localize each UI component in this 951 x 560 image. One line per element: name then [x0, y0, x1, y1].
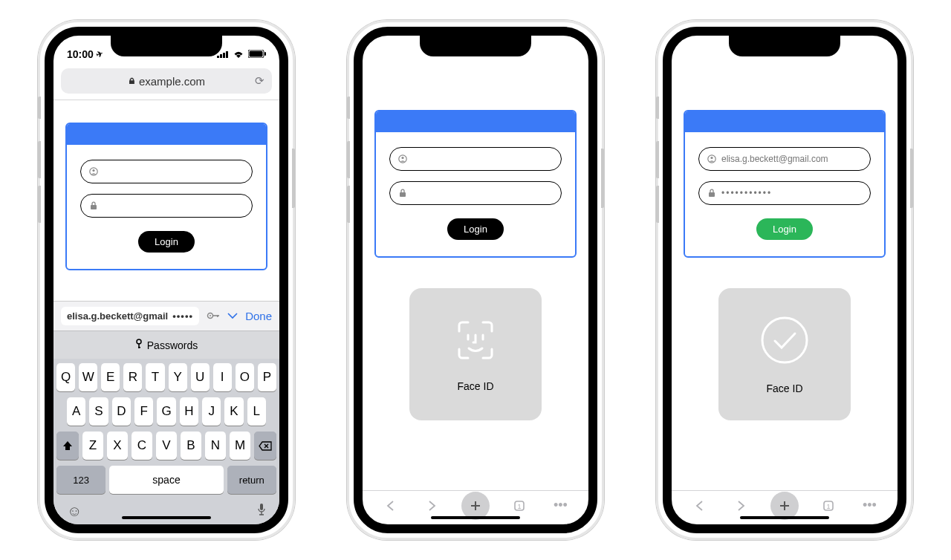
tabs-button[interactable]: 1 [508, 495, 530, 517]
status-time: 10:00 [67, 48, 94, 60]
shift-key[interactable] [56, 432, 79, 460]
home-indicator[interactable] [431, 516, 520, 519]
key-y[interactable]: Y [169, 363, 187, 391]
key-o[interactable]: O [236, 363, 254, 391]
key-k[interactable]: K [224, 397, 243, 426]
keyboard-row-1: QWERTYUIOP [56, 363, 276, 391]
phone-2: Login Face ID [347, 20, 604, 540]
numbers-key[interactable]: 123 [56, 466, 106, 494]
faceid-label: Face ID [457, 380, 493, 392]
login-card-header [67, 124, 266, 145]
notch [111, 36, 222, 56]
key-d[interactable]: D [112, 397, 131, 426]
lock-icon [88, 201, 99, 210]
return-key[interactable]: return [227, 466, 276, 494]
person-icon [88, 167, 99, 176]
key-n[interactable]: N [205, 432, 226, 460]
page-content: elisa.g.beckett@gmail.com ••••••••••• Lo… [672, 65, 898, 490]
forward-button[interactable] [421, 495, 443, 517]
browser-toolbar: 1 ••• [672, 490, 898, 524]
autofill-suggestion-bar: elisa.g.beckett@gmail ••••• Done [53, 301, 279, 331]
password-field[interactable] [80, 194, 253, 218]
key-h[interactable]: H [180, 397, 198, 426]
new-tab-button[interactable] [770, 492, 799, 520]
key-v[interactable]: V [156, 432, 177, 460]
menu-button[interactable]: ••• [858, 495, 880, 517]
browser-toolbar: 1 ••• [363, 490, 588, 524]
lock-icon [397, 189, 408, 198]
key-w[interactable]: W [79, 363, 97, 391]
svg-point-21 [401, 157, 403, 159]
key-icon[interactable] [207, 310, 220, 322]
backspace-key[interactable] [254, 432, 276, 460]
back-button[interactable] [380, 495, 402, 517]
autofill-pw-dots: ••••• [172, 310, 193, 322]
key-z[interactable]: Z [82, 432, 103, 460]
menu-button[interactable]: ••• [549, 495, 571, 517]
key-g[interactable]: G [157, 397, 175, 426]
refresh-icon[interactable]: ⟳ [255, 74, 264, 88]
key-r[interactable]: R [123, 363, 142, 391]
password-value: ••••••••••• [721, 188, 772, 198]
page-content: Login [53, 100, 279, 301]
login-button[interactable]: Login [756, 218, 813, 240]
chevron-down-icon[interactable] [227, 310, 238, 322]
svg-rect-12 [212, 315, 219, 316]
passwords-label: Passwords [147, 339, 198, 351]
lock-icon [707, 189, 717, 198]
svg-rect-16 [138, 347, 140, 348]
svg-rect-5 [250, 51, 263, 57]
login-button[interactable]: Login [447, 218, 504, 240]
tabs-button[interactable]: 1 [817, 495, 840, 517]
svg-rect-22 [400, 192, 406, 197]
key-t[interactable]: T [146, 363, 164, 391]
email-field[interactable] [80, 160, 253, 183]
checkmark-icon [759, 314, 811, 369]
key-b[interactable]: B [181, 432, 201, 460]
svg-rect-6 [264, 52, 266, 56]
key-a[interactable]: A [67, 397, 85, 426]
key-e[interactable]: E [101, 363, 120, 391]
emoji-key[interactable]: ☺ [67, 503, 82, 520]
passwords-bar[interactable]: Passwords [53, 331, 279, 359]
svg-rect-2 [223, 53, 225, 58]
keyboard-row-2: ASDFGHJKL [56, 397, 276, 426]
key-x[interactable]: X [107, 432, 128, 460]
password-field[interactable] [389, 181, 562, 205]
email-field[interactable] [389, 147, 562, 171]
back-button[interactable] [689, 495, 711, 517]
svg-point-30 [710, 157, 713, 159]
lock-icon: 🔒︎ [128, 76, 136, 85]
phone-1: 10:00 ✈ 🔒︎ example.com ⟳ [38, 20, 295, 540]
svg-point-8 [92, 169, 94, 172]
key-i[interactable]: I [213, 363, 232, 391]
key-s[interactable]: S [89, 397, 108, 426]
password-field[interactable]: ••••••••••• [698, 181, 871, 205]
person-icon [397, 154, 408, 163]
dictation-key[interactable] [257, 503, 266, 520]
space-key[interactable]: space [109, 466, 223, 494]
new-tab-button[interactable] [461, 492, 490, 520]
key-p[interactable]: P [258, 363, 276, 391]
key-u[interactable]: U [191, 363, 210, 391]
home-indicator[interactable] [740, 516, 829, 519]
url-text: example.com [139, 75, 205, 88]
login-card: elisa.g.beckett@gmail.com ••••••••••• Lo… [684, 110, 886, 258]
svg-text:1: 1 [518, 502, 522, 509]
keyboard-done-button[interactable]: Done [245, 310, 272, 322]
forward-button[interactable] [730, 495, 752, 517]
key-f[interactable]: F [134, 397, 153, 426]
key-c[interactable]: C [132, 432, 152, 460]
key-l[interactable]: L [247, 397, 266, 426]
key-q[interactable]: Q [56, 363, 75, 391]
svg-rect-0 [217, 56, 219, 58]
email-field[interactable]: elisa.g.beckett@gmail.com [698, 147, 871, 171]
login-button[interactable]: Login [138, 231, 195, 253]
svg-point-32 [762, 318, 807, 362]
key-j[interactable]: J [202, 397, 221, 426]
login-card: Login [374, 110, 577, 258]
key-m[interactable]: M [230, 432, 250, 460]
home-indicator[interactable] [122, 516, 211, 519]
url-pill[interactable]: 🔒︎ example.com ⟳ [61, 68, 272, 94]
autofill-suggestion[interactable]: elisa.g.beckett@gmail ••••• [61, 307, 199, 325]
